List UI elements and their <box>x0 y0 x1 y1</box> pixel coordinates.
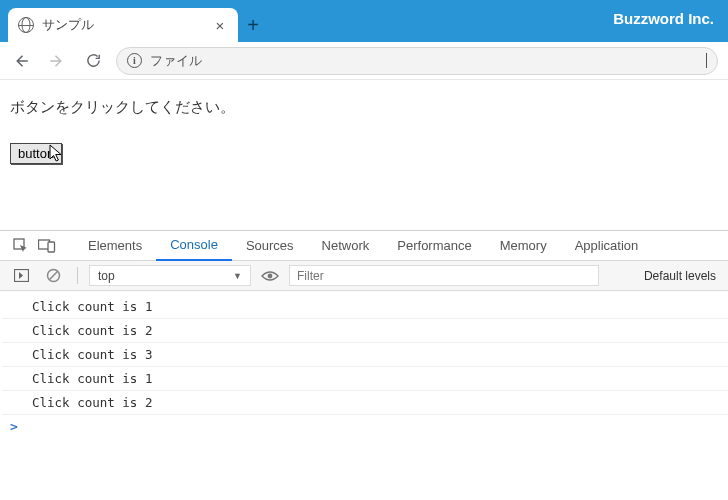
svg-rect-2 <box>48 242 55 252</box>
console-prompt[interactable]: > <box>2 415 728 438</box>
device-icon <box>38 239 56 253</box>
tab-performance[interactable]: Performance <box>383 231 485 261</box>
site-info-icon[interactable]: i <box>127 53 142 68</box>
address-text: ファイル <box>150 52 698 70</box>
browser-toolbar: i ファイル <box>0 42 728 80</box>
ban-icon <box>46 268 61 283</box>
forward-button[interactable] <box>40 46 74 76</box>
console-log-line: Click count is 2 <box>2 319 728 343</box>
console-output: Click count is 1 Click count is 2 Click … <box>0 291 728 438</box>
chevron-right-icon: > <box>10 419 18 434</box>
inspect-icon <box>13 238 29 254</box>
devtools-panel: Elements Console Sources Network Perform… <box>0 230 728 438</box>
sidebar-icon <box>14 269 29 282</box>
live-expression-button[interactable] <box>257 263 283 289</box>
context-label: top <box>98 269 115 283</box>
brand-label: Buzzword Inc. <box>613 10 714 27</box>
tab-sources[interactable]: Sources <box>232 231 308 261</box>
browser-tab[interactable]: サンプル × <box>8 8 238 42</box>
new-tab-button[interactable]: + <box>238 8 268 42</box>
console-log-line: Click count is 3 <box>2 343 728 367</box>
tab-network[interactable]: Network <box>308 231 384 261</box>
page-prompt-text: ボタンをクリックしてください。 <box>10 98 718 117</box>
browser-title-bar: サンプル × + Buzzword Inc. <box>0 0 728 42</box>
eye-icon <box>261 270 279 282</box>
page-content: ボタンをクリックしてください。 button <box>0 80 728 230</box>
arrow-left-icon <box>12 52 30 70</box>
console-toolbar: top ▼ Default levels <box>0 261 728 291</box>
reload-button[interactable] <box>76 46 110 76</box>
console-log-line: Click count is 1 <box>2 367 728 391</box>
chevron-down-icon: ▼ <box>233 271 242 281</box>
globe-icon <box>18 17 34 33</box>
svg-line-5 <box>49 271 57 279</box>
back-button[interactable] <box>4 46 38 76</box>
tab-elements[interactable]: Elements <box>74 231 156 261</box>
arrow-right-icon <box>48 52 66 70</box>
log-level-select[interactable]: Default levels <box>640 269 720 283</box>
tab-memory[interactable]: Memory <box>486 231 561 261</box>
tab-close-icon[interactable]: × <box>212 17 228 34</box>
clear-console-button[interactable] <box>40 263 66 289</box>
address-bar[interactable]: i ファイル <box>116 47 718 75</box>
tab-application[interactable]: Application <box>561 231 653 261</box>
svg-point-6 <box>268 273 273 278</box>
console-sidebar-toggle[interactable] <box>8 263 34 289</box>
tab-title: サンプル <box>42 17 204 34</box>
console-log-line: Click count is 1 <box>2 295 728 319</box>
inspect-element-button[interactable] <box>8 233 34 259</box>
console-filter-input[interactable] <box>289 265 599 286</box>
sample-button[interactable]: button <box>10 143 62 164</box>
execution-context-select[interactable]: top ▼ <box>89 265 251 286</box>
toolbar-separator <box>77 267 78 284</box>
text-cursor <box>706 53 707 68</box>
device-toggle-button[interactable] <box>34 233 60 259</box>
devtools-tabs: Elements Console Sources Network Perform… <box>0 231 728 261</box>
tab-console[interactable]: Console <box>156 231 232 261</box>
reload-icon <box>85 52 102 69</box>
console-log-line: Click count is 2 <box>2 391 728 415</box>
